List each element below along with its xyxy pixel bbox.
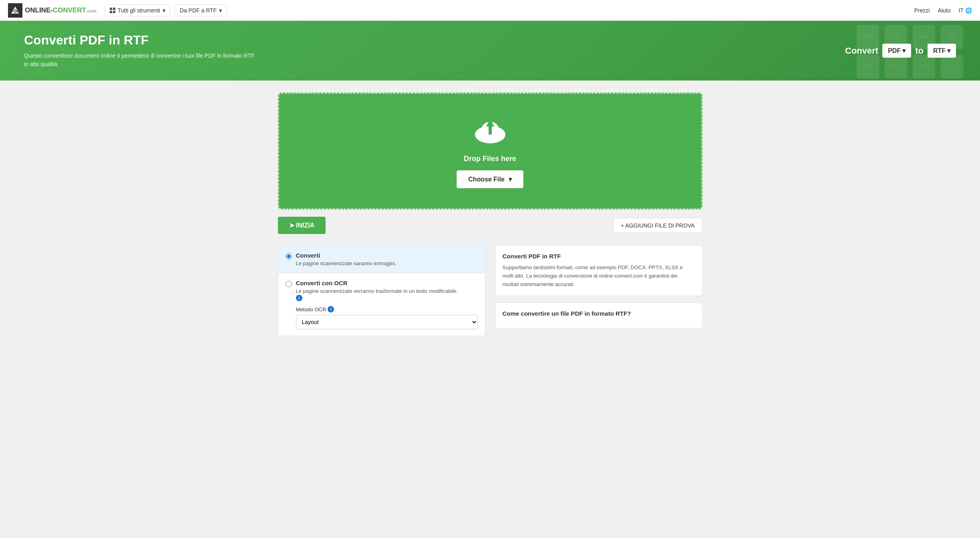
language-selector[interactable]: IT 🌐 [959,7,972,14]
hero-section: Converti PDF in RTF Questo convertitore … [0,21,980,81]
svg-rect-4 [110,11,112,13]
bottom-section: Converti Le pagine scannerizzate saranno… [278,245,702,336]
hero-converter: Convert PDF ▾ to RTF ▾ [845,44,956,58]
main-content: Drop Files here Choose File ▾ ➤ INIZIA +… [270,93,710,336]
to-format-button[interactable]: RTF ▾ [928,44,956,58]
tools-menu-button[interactable]: Tutti gli strumenti ▾ [105,4,171,16]
bg-icon-rtf: RTF [913,54,935,79]
info-card-2-title: Come convertire un file PDF in formato R… [503,310,695,317]
hero-description: Questo convertitore document online ti p… [24,52,256,69]
choose-file-chevron-icon: ▾ [509,175,512,183]
ocr-method-label: Metodo OCR i [296,306,478,312]
svg-rect-5 [113,11,115,13]
from-chevron-icon: ▾ [219,7,222,14]
navbar-right: Prezzi Aiuto IT 🌐 [914,7,972,14]
logo[interactable]: OC ONLINE-CONVERT.com [8,3,97,18]
option-convert-radio[interactable] [286,253,292,260]
aiuto-link[interactable]: Aiuto [938,7,951,14]
from-label: Da PDF a RTF [180,7,217,14]
option-convert[interactable]: Converti Le pagine scannerizzate saranno… [278,246,485,273]
grid-icon [110,8,115,13]
from-format-chevron: ▾ [902,47,906,54]
add-sample-button[interactable]: + AGGIUNGI FILE DI PROVA [613,218,702,233]
ocr-method-info-icon[interactable]: i [328,306,334,312]
hero-title: Converti PDF in RTF [24,33,256,48]
svg-text:OC: OC [14,9,20,14]
svg-rect-2 [110,8,112,10]
add-sample-label: + AGGIUNGI FILE DI PROVA [621,222,695,229]
info-card-1: Converti PDF in RTF Supportiamo tantissi… [495,245,702,296]
bg-icon-ppt: PPT [885,54,907,79]
to-format-chevron: ▾ [947,47,950,54]
option-ocr-desc: Le pagine scannerizzate verranno trasfor… [296,288,458,294]
option-ocr-radio[interactable] [286,281,292,287]
svg-rect-3 [113,8,115,10]
from-format-label: PDF [888,47,901,54]
globe-icon: 🌐 [965,7,972,14]
bg-icon-xls: XLS [857,54,879,79]
option-convert-label: Converti [296,252,396,259]
navbar: OC ONLINE-CONVERT.com Tutti gli strument… [0,0,980,21]
hero-text: Converti PDF in RTF Questo convertitore … [24,33,256,69]
start-button[interactable]: ➤ INIZIA [278,217,326,234]
choose-file-button[interactable]: Choose File ▾ [457,170,523,188]
drop-text: Drop Files here [464,155,516,163]
start-label: ➤ INIZIA [289,222,315,229]
action-row: ➤ INIZIA + AGGIUNGI FILE DI PROVA [278,217,702,234]
ocr-method-select[interactable]: Layout Auto Manual [296,315,478,329]
logo-text: ONLINE-CONVERT.com [25,6,97,14]
to-label: to [915,46,924,56]
info-card-1-text: Supportiamo tantissimi formati, come ad … [503,264,695,288]
info-card-2: Come convertire un file PDF in formato R… [495,302,702,328]
info-card-1-title: Converti PDF in RTF [503,253,695,260]
bg-icon-aa: Aa [941,54,963,79]
tools-label: Tutti gli strumenti [118,7,160,14]
info-panel: Converti PDF in RTF Supportiamo tantissi… [495,245,702,336]
options-panel: Converti Le pagine scannerizzate saranno… [278,245,485,336]
to-format-label: RTF [933,47,946,54]
logo-icon: OC [8,3,22,18]
tools-chevron-icon: ▾ [163,7,165,14]
option-convert-ocr[interactable]: Converti con OCR Le pagine scannerizzate… [278,273,485,336]
option-convert-desc: Le pagine scannerizzate saranno immagini… [296,260,396,266]
prezzi-link[interactable]: Prezzi [914,7,930,14]
upload-icon [472,114,508,147]
lang-label: IT [959,7,964,14]
from-pdf-menu-button[interactable]: Da PDF a RTF ▾ [175,4,227,16]
ocr-info-icon[interactable]: i [296,295,302,301]
ocr-method-row: Metodo OCR i Layout Auto Manual [286,306,478,329]
drop-zone[interactable]: Drop Files here Choose File ▾ [278,93,702,210]
from-format-button[interactable]: PDF ▾ [882,44,911,58]
choose-file-label: Choose File [468,176,505,183]
option-ocr-label: Converti con OCR [296,280,458,286]
convert-label: Convert [845,46,878,56]
